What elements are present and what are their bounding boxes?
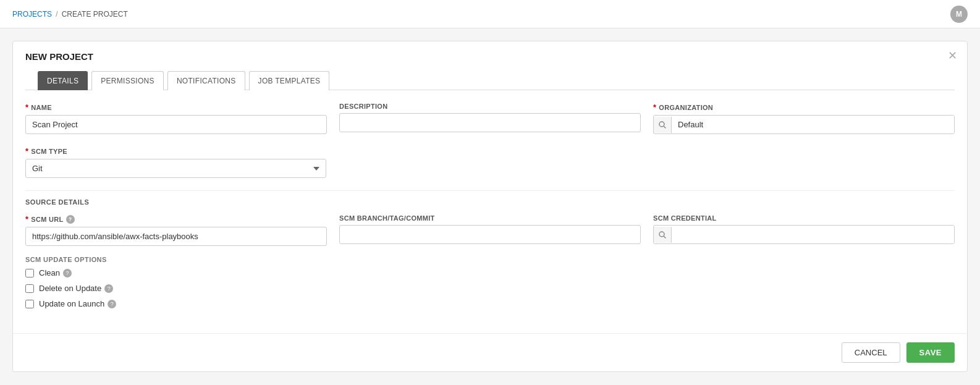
tab-details[interactable]: DETAILS: [38, 71, 88, 90]
cancel-button[interactable]: CANCEL: [842, 342, 900, 363]
name-input[interactable]: [25, 115, 327, 134]
breadcrumb-separator: /: [56, 9, 58, 19]
organization-label: * ORGANIZATION: [653, 103, 955, 112]
update-on-launch-checkbox[interactable]: [25, 300, 34, 308]
description-input[interactable]: [339, 113, 641, 132]
name-required-star: *: [25, 103, 28, 112]
scm-url-label: * SCM URL ?: [25, 214, 327, 224]
card-body: * NAME DESCRIPTION * ORGANIZATION: [13, 90, 967, 321]
svg-line-3: [664, 236, 666, 238]
scm-update-options-section: SCM UPDATE OPTIONS Clean ? Delete on Upd…: [25, 256, 955, 308]
description-label: DESCRIPTION: [339, 103, 641, 110]
breadcrumb-projects[interactable]: PROJECTS: [12, 10, 52, 19]
tab-notifications[interactable]: NOTIFICATIONS: [167, 71, 245, 90]
scm-url-input[interactable]: [25, 227, 327, 246]
scm-url-required-star: *: [25, 214, 28, 224]
svg-line-1: [664, 126, 666, 128]
scm-type-label: * SCM TYPE: [25, 146, 326, 156]
delete-on-update-help-icon[interactable]: ?: [104, 284, 113, 293]
scm-update-options-label: SCM UPDATE OPTIONS: [25, 256, 955, 263]
card-footer: CANCEL SAVE: [13, 333, 967, 371]
form-group-name: * NAME: [25, 103, 327, 134]
delete-on-update-checkbox[interactable]: [25, 284, 34, 293]
scm-credential-label: SCM CREDENTIAL: [653, 214, 955, 222]
clean-checkbox[interactable]: [25, 269, 34, 277]
avatar[interactable]: M: [950, 6, 968, 23]
form-row-name: * NAME DESCRIPTION * ORGANIZATION: [25, 103, 955, 134]
scm-update-checkboxes: Clean ? Delete on Update ?: [25, 268, 955, 308]
update-on-launch-checkbox-item: Update on Launch ?: [25, 299, 955, 308]
organization-search-icon[interactable]: [654, 117, 672, 133]
new-project-card: NEW PROJECT ✕ DETAILS PERMISSIONS NOTIFI…: [12, 41, 968, 372]
clean-checkbox-item: Clean ?: [25, 268, 955, 277]
form-group-organization: * ORGANIZATION: [653, 103, 955, 134]
scm-credential-input-wrapper: [653, 225, 955, 244]
clean-label: Clean ?: [39, 268, 72, 277]
org-required-star: *: [653, 103, 656, 112]
tab-permissions[interactable]: PERMISSIONS: [91, 71, 164, 90]
breadcrumb: PROJECTS / CREATE PROJECT: [12, 9, 128, 19]
scm-type-select[interactable]: Manual Git Mercurial Subversion Insights: [25, 159, 326, 178]
form-group-description: DESCRIPTION: [339, 103, 641, 134]
breadcrumb-current: CREATE PROJECT: [62, 10, 128, 19]
scm-branch-label: SCM BRANCH/TAG/COMMIT: [339, 214, 641, 222]
svg-point-2: [659, 232, 664, 237]
clean-help-icon[interactable]: ?: [63, 269, 72, 277]
name-label: * NAME: [25, 103, 327, 112]
scm-credential-search-icon[interactable]: [654, 227, 672, 243]
svg-point-0: [659, 122, 664, 127]
delete-on-update-label: Delete on Update ?: [39, 284, 113, 293]
update-on-launch-help-icon[interactable]: ?: [108, 300, 116, 308]
form-group-scm-branch: SCM BRANCH/TAG/COMMIT: [339, 214, 641, 246]
form-group-scm-credential: SCM CREDENTIAL: [653, 214, 955, 246]
organization-input[interactable]: [672, 116, 954, 133]
form-group-scm-type: * SCM TYPE Manual Git Mercurial Subversi…: [25, 146, 326, 178]
main-content: NEW PROJECT ✕ DETAILS PERMISSIONS NOTIFI…: [0, 28, 980, 384]
close-button[interactable]: ✕: [948, 50, 957, 61]
save-button[interactable]: SAVE: [906, 342, 955, 363]
form-group-scm-url: * SCM URL ?: [25, 214, 327, 246]
scm-branch-input[interactable]: [339, 225, 641, 244]
delete-on-update-checkbox-item: Delete on Update ?: [25, 284, 955, 293]
tab-job-templates[interactable]: JOB TEMPLATES: [249, 71, 330, 90]
scm-credential-input[interactable]: [672, 226, 954, 243]
top-bar: PROJECTS / CREATE PROJECT M: [0, 0, 980, 28]
tabs-container: DETAILS PERMISSIONS NOTIFICATIONS JOB TE…: [25, 70, 955, 90]
organization-input-wrapper: [653, 115, 955, 134]
scm-required-star: *: [25, 146, 28, 156]
update-on-launch-label: Update on Launch ?: [39, 299, 116, 308]
source-details-section-title: SOURCE DETAILS: [25, 190, 955, 214]
form-row-scm-type: * SCM TYPE Manual Git Mercurial Subversi…: [25, 146, 955, 178]
card-header: NEW PROJECT ✕ DETAILS PERMISSIONS NOTIFI…: [13, 41, 967, 90]
scm-url-help-icon[interactable]: ?: [66, 215, 75, 224]
card-title: NEW PROJECT: [25, 51, 955, 62]
form-row-scm-url: * SCM URL ? SCM BRANCH/TAG/COMMIT SCM CR…: [25, 214, 955, 246]
